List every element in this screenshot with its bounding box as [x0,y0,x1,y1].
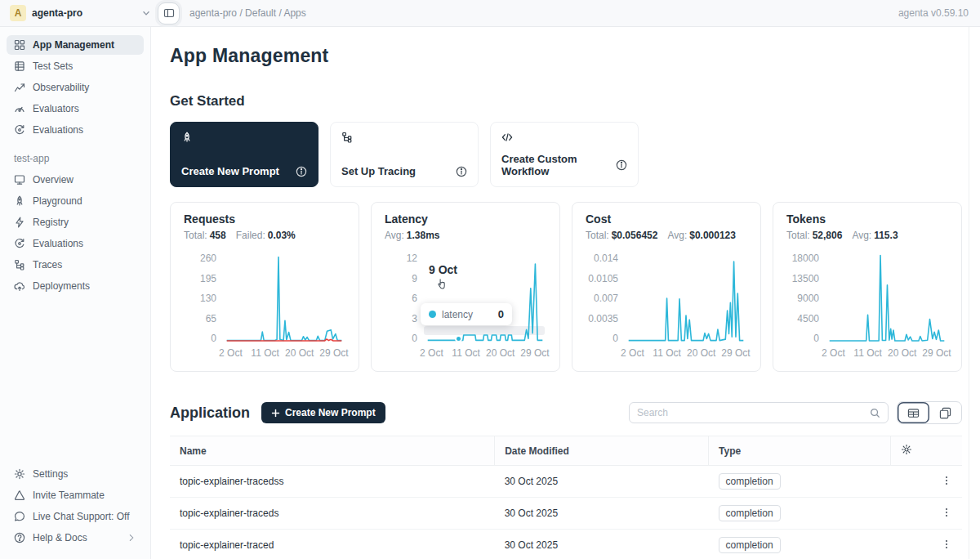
chart-tooltip: latency0 [421,303,512,325]
metric-chart[interactable]: 0.0140.01050.0070.00350 [586,254,747,342]
search-input[interactable] [637,407,865,418]
nav-item-label: Traces [33,259,62,271]
type-cell: completion [709,498,891,530]
row-menu-button[interactable] [891,530,962,559]
y-axis-tick: 9000 [797,294,819,302]
metric-stat: Avg:1.38ms [385,230,440,241]
sidebar-item-observability[interactable]: Observability [7,78,144,97]
y-axis-tick: 0 [412,334,417,342]
chart-plot[interactable] [223,254,345,342]
nav-item-label: Playground [33,195,82,207]
metric-title: Cost [586,212,747,226]
y-axis-tick: 9 [412,275,417,283]
chart-plot[interactable] [625,254,747,342]
info-icon[interactable] [296,166,307,177]
x-axis-tick: 2 Oct [621,347,644,359]
sidebar-app-item-overview[interactable]: Overview [7,170,144,190]
x-axis: 2 Oct11 Oct20 Oct29 Oct [625,347,747,362]
card-view-button[interactable] [929,402,961,423]
x-axis-tick: 20 Oct [888,347,916,359]
sidebar-toggle-button[interactable] [158,2,180,25]
get-started-card-create-new-prompt[interactable]: Create New Prompt [170,122,318,187]
metric-card-latency: LatencyAvg:1.38ms1296302 Oct11 Oct20 Oct… [371,202,560,372]
info-icon[interactable] [616,159,627,171]
sidebar-app-item-playground[interactable]: Playground [7,191,144,211]
metric-chart[interactable]: 1800013500900045000 [786,254,948,342]
metric-stat: Total:458 [184,230,226,241]
breadcrumb[interactable]: agenta-pro / Default / Apps [189,7,306,19]
x-axis: 2 Oct11 Oct20 Oct29 Oct [424,347,546,362]
settings-icon [14,468,25,480]
column-settings[interactable] [891,436,962,466]
workspace-selector[interactable]: A agenta-pro [10,5,151,21]
search-icon[interactable] [870,408,880,418]
sidebar-bottom-item-live-chat-support-off[interactable]: Live Chat Support: Off [7,507,144,526]
workspace-name: agenta-pro [32,7,82,19]
metric-stat: Avg:$0.000123 [667,230,736,241]
get-started-card-create-custom-workflow[interactable]: Create Custom Workflow [490,122,639,187]
nav-item-label: Evaluators [33,103,79,114]
row-menu-button[interactable] [891,498,962,530]
x-axis-tick: 2 Oct [219,347,243,359]
y-axis-tick: 12 [407,254,417,262]
y-axis: 1800013500900045000 [786,254,819,342]
metric-stats: Total:$0.056452Avg:$0.000123 [586,230,747,241]
table-row[interactable]: topic-explainer-traced30 Oct 2025complet… [170,530,962,559]
sidebar-bottom-item-invite-teammate[interactable]: Invite Teammate [7,485,144,505]
chart-tooltip-date: 9 Oct [429,263,457,276]
plus-icon [271,409,280,418]
nav-item-label: Registry [33,217,69,228]
sidebar-bottom-item-settings[interactable]: Settings [7,464,144,484]
app-name-cell[interactable]: topic-explainer-traced [170,530,495,559]
table-row[interactable]: topic-explainer-tracedss30 Oct 2025compl… [170,466,962,498]
table-row[interactable]: topic-explainer-traceds30 Oct 2025comple… [170,498,962,530]
nav-item-label: Overview [33,174,74,186]
metric-stats: Total:52,806Avg:115.3 [786,230,948,241]
chart-plot[interactable] [826,254,948,342]
y-axis-tick: 130 [200,294,216,302]
sidebar-app-item-traces[interactable]: Traces [7,255,144,275]
y-axis-tick: 4500 [797,315,819,323]
sidebar-item-evaluators[interactable]: Evaluators [7,99,144,119]
x-axis-tick: 11 Oct [653,347,680,359]
y-axis: 129630 [385,254,417,342]
x-axis-tick: 29 Oct [922,347,951,359]
metric-card-tokens: TokensTotal:52,806Avg:115.31800013500900… [773,202,962,372]
sidebar: App ManagementTest SetsObservabilityEval… [0,27,151,559]
sidebar-item-app-management[interactable]: App Management [7,35,144,55]
main-content: App Management Get Started Create New Pr… [151,27,980,559]
sidebar-item-test-sets[interactable]: Test Sets [7,56,144,76]
chevron-right-icon [127,533,136,543]
metric-stat: Total:$0.056452 [586,230,657,241]
type-cell: completion [709,530,891,559]
evaluators-icon [14,103,25,114]
create-new-prompt-button[interactable]: Create New Prompt [261,402,385,423]
type-badge: completion [719,537,781,553]
row-menu-button[interactable] [891,466,962,498]
metric-chart[interactable]: 260195130650 [184,254,345,342]
sidebar-item-evaluations[interactable]: Evaluations [7,120,144,140]
x-axis-tick: 29 Oct [319,347,348,359]
y-axis-tick: 3 [412,315,417,323]
rocket-icon [14,195,25,207]
get-started-card-set-up-tracing[interactable]: Set Up Tracing [330,122,479,187]
get-started-heading: Get Started [170,93,962,110]
y-axis-tick: 18000 [792,254,819,262]
rocket-icon [181,132,193,143]
info-icon[interactable] [456,166,467,177]
x-axis-tick: 11 Oct [853,347,881,359]
app-name-cell[interactable]: topic-explainer-tracedss [170,466,495,498]
y-axis-tick: 195 [200,275,216,283]
sidebar-app-item-registry[interactable]: Registry [7,212,144,232]
sidebar-app-item-deployments[interactable]: Deployments [7,276,144,296]
traces-icon [14,259,25,271]
sidebar-bottom-item-help-docs[interactable]: Help & Docs [7,528,144,548]
scrollbar-track[interactable] [969,27,969,559]
y-axis-tick: 0.014 [594,254,618,262]
metric-chart[interactable]: 129630 [385,254,546,342]
app-name-cell[interactable]: topic-explainer-traceds [170,498,495,530]
nav-item-label: Deployments [33,280,90,292]
table-view-button[interactable] [898,402,929,423]
sidebar-app-item-evaluations[interactable]: Evaluations [7,234,144,253]
chevron-down-icon [141,8,151,18]
